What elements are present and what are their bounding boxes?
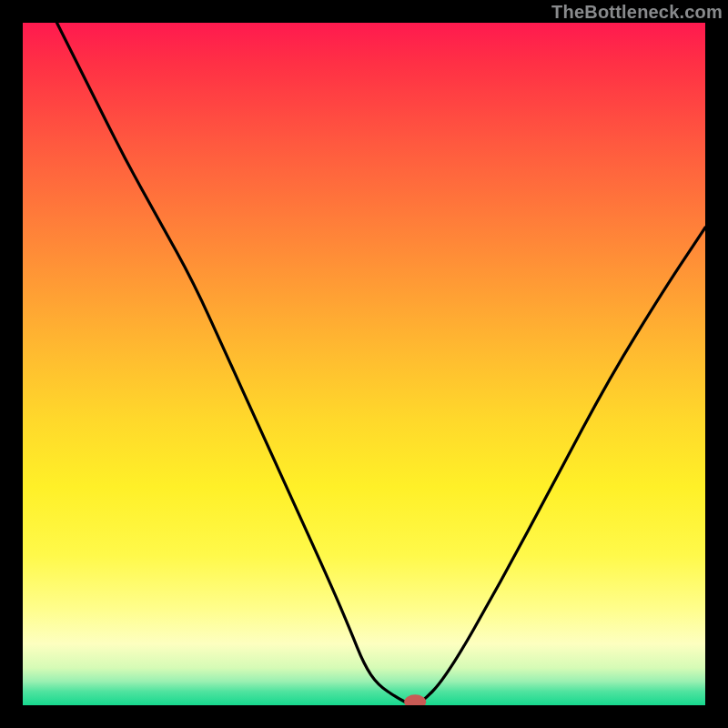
- bottleneck-curve: [57, 23, 706, 705]
- optimum-marker: [404, 694, 426, 705]
- curve-layer: [23, 23, 705, 705]
- plot-area: [23, 23, 705, 705]
- chart-container: TheBottleneck.com: [0, 0, 728, 728]
- attribution-label: TheBottleneck.com: [551, 2, 723, 23]
